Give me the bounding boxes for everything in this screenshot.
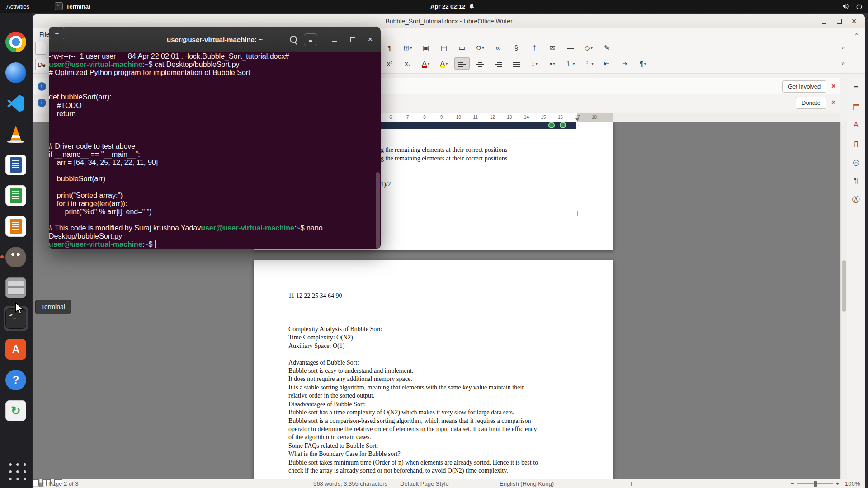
- paragraph-settings-icon[interactable]: ¶▾: [635, 57, 651, 70]
- new-tab-button[interactable]: +: [49, 27, 65, 39]
- dock-item-lo-impress[interactable]: [4, 214, 28, 239]
- get-involved-button[interactable]: Get involved: [782, 80, 826, 93]
- sidebar-settings-icon[interactable]: ≡: [849, 81, 863, 95]
- zoom-slider-thumb[interactable]: [814, 481, 817, 487]
- insert-table-icon[interactable]: ⊞▾: [400, 42, 415, 54]
- dock-item-help[interactable]: ?: [4, 367, 28, 393]
- increase-indent-icon[interactable]: ⇥: [617, 57, 632, 70]
- statusbar-word-count[interactable]: 568 words, 3,355 characters: [313, 480, 387, 487]
- terminal-close-button[interactable]: ×: [363, 33, 377, 46]
- donate-button[interactable]: Donate: [796, 97, 826, 109]
- document-close-icon[interactable]: ×: [854, 30, 859, 38]
- insert-chart-icon[interactable]: ▤: [436, 42, 452, 54]
- dock-item-lo-writer[interactable]: [4, 152, 28, 178]
- insert-image-icon[interactable]: ▣: [418, 42, 434, 54]
- terminal-minimize-button[interactable]: [327, 33, 341, 46]
- notification-bell-icon: [469, 3, 475, 9]
- dock-item-files[interactable]: [4, 275, 28, 300]
- basic-shapes-icon[interactable]: ◇▾: [581, 42, 596, 54]
- toolbar-overflow-icon[interactable]: »: [841, 44, 845, 51]
- running-indicator: [0, 255, 4, 258]
- dock-item-vlc[interactable]: [4, 122, 28, 147]
- help-icon: ?: [5, 370, 26, 390]
- system-indicators[interactable]: [842, 0, 863, 13]
- terminal-content[interactable]: -rw-r--r-- 1 user user 84 Apr 22 02:01 .…: [49, 52, 381, 249]
- dock-item-software-updater[interactable]: ↻: [4, 398, 28, 423]
- highlight-color-icon[interactable]: A▾: [436, 57, 452, 70]
- zoom-slider-track[interactable]: [797, 483, 833, 484]
- right-indent-marker[interactable]: [575, 118, 580, 121]
- line-spacing-icon[interactable]: ↕▾: [527, 57, 542, 70]
- footnote-icon[interactable]: †: [527, 42, 542, 54]
- scrollbar-thumb[interactable]: [842, 260, 846, 312]
- clock-button[interactable]: Apr 22 02:12: [430, 0, 475, 13]
- dock-item-vscode[interactable]: [4, 91, 28, 116]
- statusbar-doc-icon[interactable]: ▤: [38, 480, 44, 487]
- writer-close-button[interactable]: ×: [849, 16, 859, 27]
- ruler-number: 12: [490, 115, 495, 120]
- activities-button[interactable]: Activities: [6, 3, 29, 10]
- numbered-list-icon[interactable]: 1.▾: [563, 57, 578, 70]
- top-bar: Activities Terminal Apr 22 02:12: [0, 0, 868, 13]
- dock-item-blue-sphere[interactable]: [4, 60, 28, 85]
- style-inspector-icon[interactable]: Ⓐ: [849, 192, 863, 206]
- dock-item-lo-calc[interactable]: [4, 183, 28, 208]
- infobar1-close-icon[interactable]: ×: [831, 82, 835, 90]
- navigator-panel-icon[interactable]: ◎: [849, 155, 863, 169]
- draw-curve-icon[interactable]: ✎: [599, 42, 614, 54]
- app-grid-button[interactable]: [5, 459, 27, 481]
- writer-minimize-button[interactable]: [819, 16, 830, 27]
- search-button[interactable]: [287, 33, 300, 46]
- page-panel-icon[interactable]: ▯: [849, 136, 863, 151]
- software-updater-icon: ↻: [5, 400, 26, 421]
- outline-list-icon[interactable]: ⋮▾: [581, 57, 596, 70]
- document-page-2[interactable]: 11 12 22 25 34 64 90Complexity Analysis …: [254, 260, 613, 479]
- text-boundary-corner: [283, 284, 288, 289]
- special-character-icon[interactable]: Ω▾: [472, 42, 488, 54]
- align-center-icon[interactable]: [472, 57, 488, 70]
- page1-text-line: g the remaining elements at their correc…: [381, 146, 507, 154]
- statusbar-language[interactable]: English (Hong Kong): [500, 480, 554, 487]
- dock-item-ubuntu-software[interactable]: A: [4, 337, 28, 362]
- formatting-marks-icon[interactable]: ¶: [382, 42, 397, 54]
- insert-textbox-icon[interactable]: ▭: [454, 42, 470, 54]
- font-color-icon[interactable]: A▾: [418, 57, 434, 70]
- statusbar-page-info[interactable]: Page 2 of 3: [48, 480, 79, 487]
- dock-item-chrome[interactable]: [4, 29, 28, 55]
- infobar2-close-icon[interactable]: ×: [831, 99, 835, 107]
- bullet-list-icon[interactable]: •▾: [545, 57, 560, 70]
- hyperlink-icon[interactable]: ∞: [491, 42, 506, 54]
- dock-item-gimp[interactable]: [4, 244, 28, 270]
- menu-file[interactable]: File: [39, 31, 50, 38]
- new-document-icon[interactable]: [35, 42, 46, 55]
- styles-panel-icon[interactable]: ¶: [849, 174, 863, 188]
- horizontal-line-icon[interactable]: —: [563, 42, 578, 54]
- justify-icon[interactable]: [509, 57, 524, 70]
- statusbar-page-style[interactable]: Default Page Style: [400, 480, 449, 487]
- toolbar-overflow-icon-2[interactable]: »: [841, 60, 845, 67]
- bookmark-icon[interactable]: §: [509, 42, 524, 54]
- zoom-in-icon[interactable]: +: [836, 480, 840, 487]
- align-right-icon[interactable]: [491, 57, 506, 70]
- comment-icon[interactable]: ✉: [545, 42, 560, 54]
- character-panel-icon[interactable]: A: [849, 118, 863, 132]
- zoom-slider[interactable]: − +: [791, 480, 839, 487]
- decrease-indent-icon[interactable]: ⇤: [599, 57, 614, 70]
- selection-mode-icon[interactable]: Ⅰ: [631, 480, 632, 488]
- focused-app-indicator[interactable]: Terminal: [55, 2, 90, 10]
- terminal-titlebar[interactable]: + user@user-virtual-machine: ~ ≡ ×: [49, 27, 381, 52]
- properties-panel-icon[interactable]: ▤: [849, 99, 863, 114]
- menu-button[interactable]: ≡: [304, 33, 317, 46]
- subscript-icon[interactable]: x₂: [400, 57, 415, 70]
- zoom-out-icon[interactable]: −: [791, 480, 794, 487]
- page1-text-line: g the remaining elements at their correc…: [381, 155, 507, 163]
- statusbar-zoom-percent[interactable]: 100%: [845, 480, 860, 487]
- terminal-maximize-button[interactable]: [346, 33, 359, 46]
- superscript-icon[interactable]: x²: [382, 57, 397, 70]
- vertical-scrollbar[interactable]: [840, 122, 847, 479]
- terminal-scrollbar-thumb[interactable]: [376, 172, 380, 249]
- align-left-icon[interactable]: [454, 57, 470, 70]
- blue-sphere-icon: [5, 62, 26, 83]
- maximize-icon: [350, 37, 355, 42]
- writer-maximize-button[interactable]: [834, 16, 844, 27]
